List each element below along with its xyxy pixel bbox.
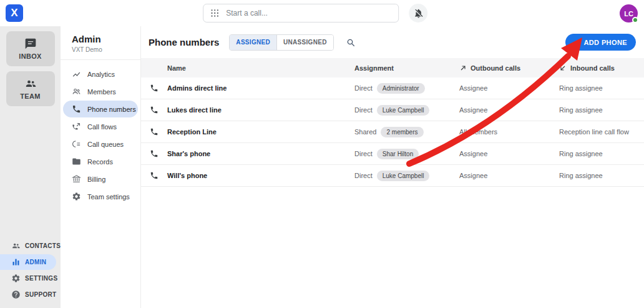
phone-number-name: Reception Line [167, 128, 349, 136]
sidebar-item-records[interactable]: Records [63, 153, 138, 170]
sidebar-item-label: Team settings [87, 193, 130, 201]
column-name: Name [167, 64, 349, 72]
inbound-calls-value: Ring assignee [559, 150, 635, 157]
assignee-badge: 2 members [381, 127, 423, 137]
help-icon [11, 290, 21, 299]
outbound-calls-value: Assignee [459, 106, 554, 114]
inbound-calls-value: Ring assignee [559, 172, 635, 179]
gear-icon [72, 192, 81, 201]
assignment-cell: Shared 2 members [354, 127, 454, 137]
sidebar-item-label: Call flows [87, 123, 117, 131]
sidebar-item-call-queues[interactable]: Call queues [63, 136, 138, 152]
main-content: Phone numbers ASSIGNED UNASSIGNED + ADD … [141, 26, 644, 308]
table-row[interactable]: Shar's phone Direct Shar Hilton Assignee… [141, 143, 644, 165]
inbox-label: INBOX [19, 52, 41, 60]
sidebar-item-analytics[interactable]: Analytics [63, 66, 138, 82]
assignee-badge: Administrator [377, 83, 425, 94]
table-row[interactable]: Admins direct line Direct Administrator … [141, 77, 644, 99]
sidebar-item-label: Billing [87, 176, 105, 183]
sidebar-item-phone-numbers[interactable]: Phone numbers [63, 101, 138, 117]
rail-item-settings[interactable]: SETTINGS [0, 271, 56, 286]
assignment-type: Shared [354, 128, 376, 136]
table-row[interactable]: Will's phone Direct Luke Campbell Assign… [141, 165, 644, 187]
topbar-center: Start a call... [203, 0, 427, 26]
assignee-badge: Luke Campbell [377, 105, 430, 116]
plus-icon: + [574, 37, 580, 47]
sidebar-item-members[interactable]: Members [63, 83, 138, 100]
add-phone-label: ADD PHONE [583, 39, 627, 46]
add-phone-button[interactable]: + ADD PHONE [565, 34, 636, 51]
team-label: TEAM [20, 92, 40, 100]
tab-unassigned[interactable]: UNASSIGNED [276, 35, 333, 50]
people-icon [24, 77, 37, 90]
sidebar-item-label: Call queues [87, 141, 124, 148]
left-rail: INBOX TEAM [0, 26, 61, 308]
top-bar: X Start a call... LC [0, 0, 644, 26]
assignment-type: Direct [354, 150, 373, 157]
rail-spacer [0, 106, 61, 238]
contacts-icon [11, 241, 21, 251]
sidebar-item-label: Analytics [87, 71, 115, 78]
phone-icon [150, 149, 159, 158]
inbound-calls-value: Ring assignee [559, 106, 635, 114]
sidebar-item-team-settings[interactable]: Team settings [63, 188, 138, 205]
avatar-initials: LC [624, 10, 633, 17]
bell-off-icon [413, 8, 424, 19]
phone-icon [72, 104, 81, 114]
folder-icon [72, 157, 81, 166]
vxt-logo[interactable]: X [6, 4, 23, 22]
assignee-badge: Luke Campbell [377, 171, 430, 181]
phone-icon [150, 106, 159, 114]
call-queues-icon [72, 139, 81, 149]
table-row[interactable]: Reception Line Shared 2 members All memb… [141, 121, 644, 143]
phone-number-name: Shar's phone [167, 150, 349, 157]
column-inbound-calls: Inbound calls [559, 64, 635, 72]
assignment-cell: Direct Administrator [354, 83, 454, 94]
team-button[interactable]: TEAM [6, 71, 55, 106]
outbound-calls-value: Assignee [459, 84, 554, 92]
inbox-button[interactable]: INBOX [6, 31, 55, 66]
sidebar-item-label: Records [87, 158, 113, 166]
table-header: Name Assignment Outbound calls Inbound c… [141, 58, 644, 77]
page-title: Phone numbers [149, 37, 219, 47]
sidebar-item-call-flows[interactable]: Call flows [63, 118, 138, 135]
start-call-placeholder: Start a call... [226, 9, 268, 17]
rail-item-contacts[interactable]: CONTACTS [0, 238, 56, 254]
assignment-cell: Direct Luke Campbell [354, 105, 454, 116]
rail-bottom-nav: CONTACTS ADMIN SETTINGS [0, 238, 61, 308]
sidebar-item-label: Members [87, 88, 116, 96]
start-call-input[interactable]: Start a call... [203, 4, 399, 22]
rail-item-support[interactable]: SUPPORT [0, 287, 56, 302]
tab-assigned[interactable]: ASSIGNED [230, 35, 276, 50]
inbound-calls-value: Reception line call flow [559, 128, 635, 136]
notifications-muted-button[interactable] [409, 4, 427, 22]
column-outbound-calls: Outbound calls [459, 64, 554, 72]
sidebar-header: Admin VXT Demo [61, 26, 140, 60]
bank-icon [72, 174, 81, 184]
rail-item-label: CONTACTS [25, 242, 61, 249]
phone-icon [150, 84, 159, 92]
rail-item-admin[interactable]: ADMIN [0, 254, 56, 270]
main-header: Phone numbers ASSIGNED UNASSIGNED + ADD … [141, 26, 644, 58]
search-button[interactable] [343, 34, 359, 51]
sidebar-item-label: Phone numbers [87, 106, 136, 113]
bar-chart-icon [11, 257, 21, 267]
phone-number-name: Will's phone [167, 172, 349, 179]
sidebar-item-billing[interactable]: Billing [63, 171, 138, 187]
inbound-calls-value: Ring assignee [559, 84, 635, 92]
call-flows-icon [72, 122, 81, 131]
phone-number-name: Lukes direct line [167, 106, 349, 114]
outbound-calls-value: All members [459, 128, 554, 136]
vxt-logo-letter: X [11, 7, 17, 19]
user-avatar[interactable]: LC [620, 4, 638, 22]
search-icon [346, 37, 356, 47]
assignment-filter-toggle: ASSIGNED UNASSIGNED [229, 34, 333, 51]
rail-item-label: SETTINGS [25, 275, 57, 282]
assignee-badge: Shar Hilton [377, 149, 419, 159]
table-row[interactable]: Lukes direct line Direct Luke Campbell A… [141, 99, 644, 121]
admin-sidebar: Admin VXT Demo Analytics [61, 26, 141, 308]
dialpad-icon [210, 8, 220, 18]
members-icon [72, 87, 81, 96]
phone-number-name: Admins direct line [167, 84, 349, 92]
online-status-dot [632, 17, 638, 23]
